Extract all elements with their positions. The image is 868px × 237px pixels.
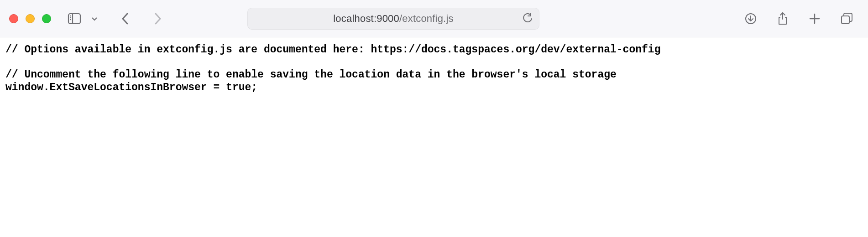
forward-button[interactable] [148,9,167,28]
plus-icon [809,13,821,25]
reload-button[interactable] [523,13,533,24]
back-button[interactable] [116,9,135,28]
browser-toolbar: localhost:9000/extconfig.js [0,0,868,37]
close-window-button[interactable] [9,14,18,23]
tabs-icon [840,12,853,25]
navigation-controls [116,9,167,28]
tab-group-dropdown[interactable] [85,9,104,28]
toolbar-right [741,9,859,28]
sidebar-controls [65,9,104,28]
url-host: localhost:9000 [333,13,399,24]
url-display: localhost:9000/extconfig.js [254,13,533,25]
new-tab-button[interactable] [805,9,824,28]
svg-rect-0 [68,14,80,24]
minimize-window-button[interactable] [26,14,35,23]
share-button[interactable] [773,9,792,28]
code-line: // Options available in extconfig.js are… [5,44,660,56]
share-icon [777,12,788,26]
sidebar-icon [68,13,81,25]
page-content: // Options available in extconfig.js are… [0,37,868,100]
tab-overview-button[interactable] [837,9,856,28]
maximize-window-button[interactable] [42,14,51,23]
download-icon [745,13,757,25]
window-controls [9,14,51,23]
code-line: window.ExtSaveLocationsInBrowser = true; [5,82,257,93]
address-bar[interactable]: localhost:9000/extconfig.js [247,8,539,30]
code-line: // Uncomment the following line to enabl… [5,69,617,81]
svg-rect-10 [842,16,849,24]
downloads-button[interactable] [741,9,760,28]
chevron-right-icon [152,12,162,26]
reload-icon [523,13,533,24]
sidebar-toggle-button[interactable] [65,9,84,28]
chevron-left-icon [120,12,131,26]
url-path: /extconfig.js [399,13,454,24]
chevron-down-icon [91,15,98,22]
